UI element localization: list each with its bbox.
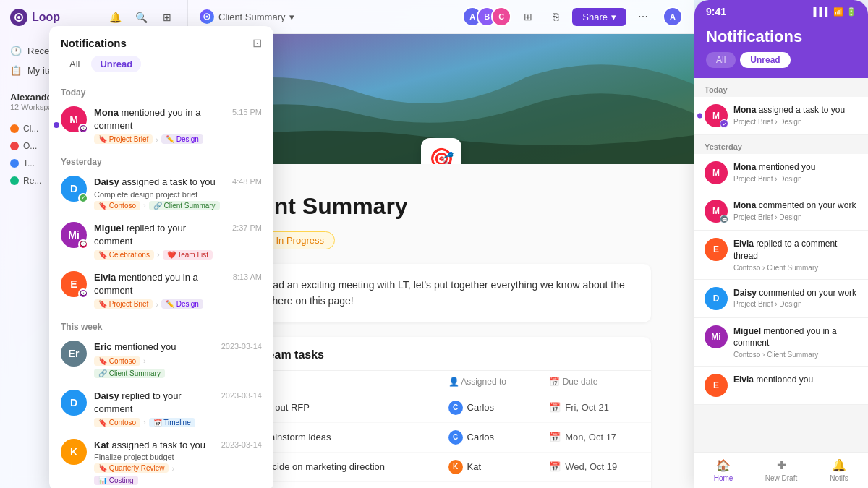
notif-item-daisy-assign[interactable]: D ✓ Daisy assigned a task to you Complet… bbox=[49, 170, 273, 215]
notif-time-elvia: 8:13 AM bbox=[233, 273, 262, 281]
comment-text: Just had an exciting meeting with LT, le… bbox=[246, 279, 625, 307]
phone-time: 9:41 bbox=[706, 6, 726, 17]
due-col-icon: 📅 bbox=[549, 377, 562, 387]
client-label: Cl... bbox=[23, 124, 38, 134]
phone-notif-item[interactable]: D Daisy commented on your work Project B… bbox=[694, 280, 868, 318]
assignee-cell: C Carlos bbox=[437, 422, 538, 452]
more-options-icon[interactable]: ⋯ bbox=[632, 6, 654, 27]
phone-notif-content: Elvia replied to a comment thread Contos… bbox=[733, 238, 858, 272]
phone-section-yesterday: Yesterday bbox=[694, 135, 868, 154]
phone-avatar-elvia2: E bbox=[705, 374, 728, 397]
phone-notif-content: Mona commented on your work Project Brie… bbox=[733, 200, 858, 221]
notif-tag-project-brief2: 🔖 Project Brief bbox=[94, 299, 153, 309]
tasks-header: ☰ Team tasks bbox=[231, 337, 651, 370]
tasks-table: ☰ Task 👤 Assigned to 📅 Due date bbox=[231, 370, 651, 482]
phone-notif-text: Mona assigned a task to you bbox=[733, 104, 858, 116]
phone-notif-item[interactable]: M ✓ Mona assigned a task to you Project … bbox=[694, 97, 868, 135]
notif-item-eric[interactable]: Er Eric mentioned you 🔖 Contoso › 🔗 Clie… bbox=[49, 335, 273, 383]
mark-all-read-icon[interactable]: ⊡ bbox=[252, 36, 262, 50]
app-logo[interactable]: Loop bbox=[10, 9, 60, 26]
notif-text-daisy: Daisy assigned a task to you bbox=[94, 176, 225, 189]
notif-meta-kat: 🔖 Quarterly Review › 📊 Costing bbox=[94, 463, 214, 485]
phone-notif-text: Mona commented on your work bbox=[733, 200, 858, 212]
notif-item-elvia-mention[interactable]: E 💬 Elvia mentioned you in a comment 🔖 P… bbox=[49, 265, 273, 314]
comment-block: Just had an exciting meeting with LT, le… bbox=[231, 264, 651, 322]
notif-item-miguel-reply[interactable]: Mi 💬 Miguel replied to your comment 🔖 Ce… bbox=[49, 216, 273, 265]
notif-tag-contoso3: 🔖 Contoso bbox=[94, 418, 140, 427]
phone-avatar-elvia: E bbox=[705, 238, 728, 261]
calendar-icon: 📅 bbox=[549, 461, 561, 472]
phone-avatar-mona2: M bbox=[705, 161, 728, 184]
notif-section-this-week: This week bbox=[49, 314, 273, 335]
share-button[interactable]: Share ▾ bbox=[572, 8, 626, 26]
table-icon[interactable]: ⊞ bbox=[517, 6, 539, 27]
svg-point-3 bbox=[206, 16, 208, 18]
phone-notif-content: Mona mentioned you Project Brief › Desig… bbox=[733, 161, 858, 183]
notif-content-mona-mention: Mona mentioned you in a comment 🔖 Projec… bbox=[94, 106, 225, 144]
add-item-row[interactable]: ＋ Add item bbox=[231, 482, 651, 488]
notif-tag-design2: ✏️ Design bbox=[161, 299, 203, 309]
phone-notif-list: Today M ✓ Mona assigned a task to you Pr… bbox=[694, 78, 868, 452]
notif-item-mona-mention[interactable]: M 💬 Mona mentioned you in a comment 🔖 Pr… bbox=[49, 100, 273, 150]
phone-tab-unread[interactable]: Unread bbox=[740, 52, 790, 68]
phone-notif-item[interactable]: Mi Miguel mentioned you in a comment Con… bbox=[694, 318, 868, 367]
notif-tag-contoso2: 🔖 Contoso bbox=[94, 356, 140, 366]
page-icon: 🎯 bbox=[421, 138, 461, 164]
notif-item-kat-assign[interactable]: K Kat assigned a task to you Finalize pr… bbox=[49, 433, 273, 488]
notif-tag-celebrations: 🔖 Celebrations bbox=[94, 250, 154, 260]
phone-notif-item[interactable]: E Elvia mentioned you bbox=[694, 367, 868, 405]
notif-tabs: All Unread bbox=[49, 56, 273, 80]
my-items-icon: 📋 bbox=[10, 65, 22, 76]
phone-notif-text: Daisy commented on your work bbox=[733, 287, 858, 299]
phone-notif-sub: Project Brief › Design bbox=[733, 175, 858, 183]
phone-nav-home[interactable]: 🏠 Home bbox=[694, 453, 752, 488]
wifi-icon: 📶 bbox=[833, 7, 843, 17]
notif-avatar-miguel: Mi 💬 bbox=[61, 222, 87, 248]
notif-text-kat: Kat assigned a task to you bbox=[94, 439, 214, 452]
table-row: Decide on marketing direction K Kat bbox=[231, 452, 651, 481]
assigned-col-icon: 👤 bbox=[448, 377, 461, 387]
unread-dot bbox=[54, 122, 59, 128]
notif-text: Mona mentioned you in a comment bbox=[94, 106, 225, 132]
notif-section-yesterday: Yesterday bbox=[49, 150, 273, 170]
search-icon[interactable]: 🔍 bbox=[131, 7, 151, 27]
notif-badge-elvia: 💬 bbox=[78, 288, 88, 299]
phone-tab-all[interactable]: All bbox=[706, 52, 736, 68]
notif-panel-title: Notifications bbox=[61, 37, 127, 49]
notif-tab-all[interactable]: All bbox=[61, 56, 88, 72]
notif-avatar-kat: K bbox=[61, 439, 87, 465]
phone-notif-content: Mona assigned a task to you Project Brie… bbox=[733, 104, 858, 126]
grid-icon[interactable]: ⊞ bbox=[157, 7, 177, 27]
notif-tag-timeline: 📅 Timeline bbox=[149, 418, 195, 427]
assignee-cell: K Kat bbox=[437, 452, 538, 481]
tasks-label: T... bbox=[23, 158, 35, 168]
notif-tab-unread[interactable]: Unread bbox=[91, 56, 141, 72]
notif-tag-client-summary: 🔗 Client Summary bbox=[149, 201, 220, 210]
notifs-label: Notifs bbox=[830, 474, 848, 482]
notif-panel-header: Notifications ⊡ bbox=[49, 26, 273, 56]
task-name-text: Decide on marketing direction bbox=[260, 461, 385, 472]
notif-item-daisy-reply[interactable]: D Daisy replied to your comment 🔖 Contos… bbox=[49, 384, 273, 433]
notif-content-elvia: Elvia mentioned you in a comment 🔖 Proje… bbox=[94, 271, 226, 309]
due-date: Wed, Oct 19 bbox=[565, 461, 617, 472]
notif-avatar-elvia: E 💬 bbox=[61, 271, 87, 297]
col-due: 📅 Due date bbox=[537, 370, 651, 393]
phone-notif-item[interactable]: M 💬 Mona commented on your work Project … bbox=[694, 192, 868, 231]
table-row: Fill out RFP C Carlos bbox=[231, 393, 651, 422]
copy-icon[interactable]: ⎘ bbox=[545, 6, 566, 27]
phone-notif-text: Elvia mentioned you bbox=[733, 374, 858, 386]
phone-notif-item[interactable]: E Elvia replied to a comment thread Cont… bbox=[694, 231, 868, 280]
reports-label: Re... bbox=[23, 176, 41, 186]
notif-meta-miguel: 🔖 Celebrations › ❤️ Team List bbox=[94, 250, 225, 260]
notif-text-daisy-reply: Daisy replied to your comment bbox=[94, 390, 214, 416]
phone-nav-notifs[interactable]: 🔔 Notifs bbox=[810, 453, 868, 488]
phone-nav-new-draft[interactable]: ✚ New Draft bbox=[752, 453, 810, 488]
notif-time-kat: 2023-03-14 bbox=[221, 440, 262, 449]
notif-avatar-daisy2: D bbox=[61, 390, 87, 416]
notifications-icon[interactable]: 🔔 bbox=[105, 7, 125, 27]
notif-section-today: Today bbox=[49, 80, 273, 100]
assignee-avatar: K bbox=[448, 460, 463, 474]
notif-badge-miguel: 💬 bbox=[78, 239, 88, 249]
user-avatar[interactable]: A bbox=[663, 7, 683, 27]
phone-notif-item[interactable]: M Mona mentioned you Project Brief › Des… bbox=[694, 154, 868, 192]
